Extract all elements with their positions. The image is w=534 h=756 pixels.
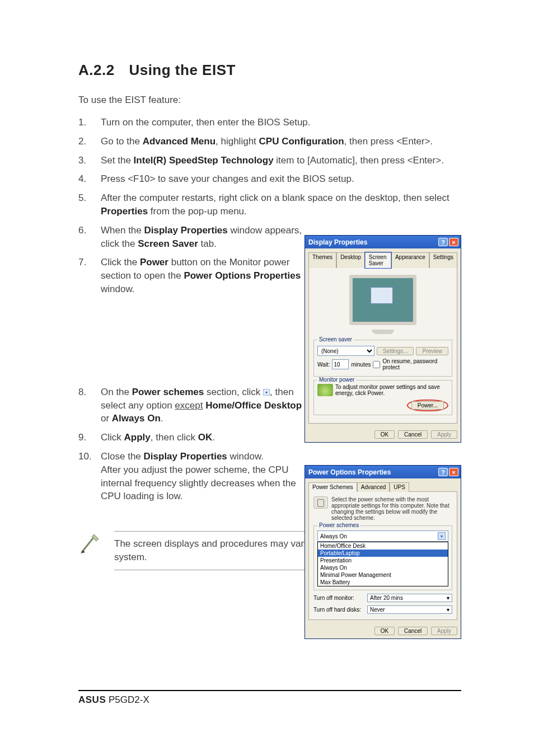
wait-unit: minutes <box>351 361 371 368</box>
chevron-down-icon: ▾ <box>263 389 270 396</box>
turn-off-disks-label: Turn off hard disks: <box>313 607 364 613</box>
window-title: Power Options Properties <box>308 468 391 476</box>
turn-off-disks-select[interactable]: Never ▾ <box>367 605 452 614</box>
power-scheme-current: Always On <box>320 533 347 539</box>
close-button[interactable]: × <box>449 468 458 476</box>
ok-button[interactable]: OK <box>374 430 395 439</box>
tab-power-schemes[interactable]: Power Schemes <box>308 482 357 492</box>
chevron-down-icon[interactable]: ▾ <box>438 532 446 540</box>
apply-button[interactable]: Apply <box>431 430 457 439</box>
tab-appearance[interactable]: Appearance <box>391 252 429 268</box>
screensaver-group: Screen saver (None) Settings... Preview … <box>313 340 452 377</box>
step-2: Go to the Advanced Menu, highlight CPU C… <box>78 135 461 148</box>
list-item[interactable]: Presentation <box>318 557 448 564</box>
resume-label: On resume, password protect <box>382 358 448 370</box>
display-properties-window: Display Properties ? × Themes Desktop Sc… <box>305 235 461 443</box>
page-footer: ASUS P5GD2-X <box>78 690 461 706</box>
turn-off-monitor-select[interactable]: After 20 mins ▾ <box>367 594 452 602</box>
step-1: Turn on the computer, then enter the BIO… <box>78 116 461 129</box>
section-heading: A.2.2 Using the EIST <box>78 62 461 79</box>
screensaver-legend: Screen saver <box>317 336 354 342</box>
step-5: After the computer restarts, right click… <box>78 191 461 218</box>
wait-input[interactable] <box>332 359 349 369</box>
power-schemes-group: Power schemes Always On ▾ Home/Office De… <box>313 525 452 590</box>
tab-screen-saver[interactable]: Screen Saver <box>365 252 391 268</box>
footer-brand: ASUS <box>78 694 106 705</box>
chevron-down-icon[interactable]: ▾ <box>447 595 449 601</box>
section-title-text: Using the EIST <box>129 62 235 78</box>
note-icon <box>78 531 103 558</box>
wait-label: Wait: <box>317 361 330 368</box>
monitor-preview <box>349 275 416 325</box>
preview-button[interactable]: Preview <box>416 347 448 355</box>
chevron-down-icon[interactable]: ▾ <box>447 607 449 613</box>
power-scheme-list[interactable]: Home/Office Desk Portable/Laptop Present… <box>317 542 448 586</box>
list-item[interactable]: Home/Office Desk <box>318 542 448 550</box>
list-item[interactable]: Max Battery <box>318 579 448 586</box>
tab-ups[interactable]: UPS <box>390 482 409 492</box>
list-item[interactable]: Minimal Power Management <box>318 571 448 579</box>
list-item[interactable]: Always On <box>318 564 448 571</box>
window-title: Display Properties <box>308 238 367 246</box>
step-4: Press <F10> to save your changes and exi… <box>78 172 461 186</box>
monitor-power-group: Monitor power To adjust monitor power se… <box>313 380 452 415</box>
scheme-description: Select the power scheme with the most ap… <box>331 496 452 521</box>
tab-advanced[interactable]: Advanced <box>357 482 390 492</box>
help-button[interactable]: ? <box>438 238 448 246</box>
power-highlight: Power... <box>407 400 448 411</box>
section-number: A.2.2 <box>78 62 115 78</box>
plug-icon <box>313 496 328 509</box>
resume-checkbox[interactable] <box>373 361 380 368</box>
titlebar: Display Properties ? × <box>305 236 461 248</box>
energy-star-icon <box>317 384 333 396</box>
ok-button[interactable]: OK <box>374 627 395 635</box>
help-button[interactable]: ? <box>438 468 448 476</box>
monitor-power-legend: Monitor power <box>317 377 356 383</box>
turn-off-monitor-label: Turn off monitor: <box>313 595 364 601</box>
close-button[interactable]: × <box>449 238 458 246</box>
tab-themes[interactable]: Themes <box>308 252 336 268</box>
power-options-window: Power Options Properties ? × Power Schem… <box>305 465 461 639</box>
titlebar: Power Options Properties ? × <box>305 466 461 478</box>
tab-desktop[interactable]: Desktop <box>336 252 365 268</box>
apply-button[interactable]: Apply <box>431 627 457 635</box>
power-schemes-legend: Power schemes <box>317 522 360 528</box>
power-button[interactable]: Power... <box>411 401 444 410</box>
tab-settings[interactable]: Settings <box>429 252 457 268</box>
monitor-power-text: To adjust monitor power settings and sav… <box>335 384 448 396</box>
power-scheme-dropdown[interactable]: Always On ▾ Home/Office Desk Portable/La… <box>317 530 448 586</box>
footer-model: P5GD2-X <box>109 694 149 705</box>
intro-text: To use the EIST feature: <box>78 95 461 106</box>
settings-button[interactable]: Settings... <box>377 347 414 355</box>
list-item[interactable]: Portable/Laptop <box>318 550 448 557</box>
screensaver-select[interactable]: (None) <box>317 346 374 356</box>
cancel-button[interactable]: Cancel <box>398 627 428 635</box>
tabs-row: Themes Desktop Screen Saver Appearance S… <box>305 248 461 267</box>
step-3: Set the Intel(R) SpeedStep Technology it… <box>78 154 461 167</box>
cancel-button[interactable]: Cancel <box>398 430 428 439</box>
